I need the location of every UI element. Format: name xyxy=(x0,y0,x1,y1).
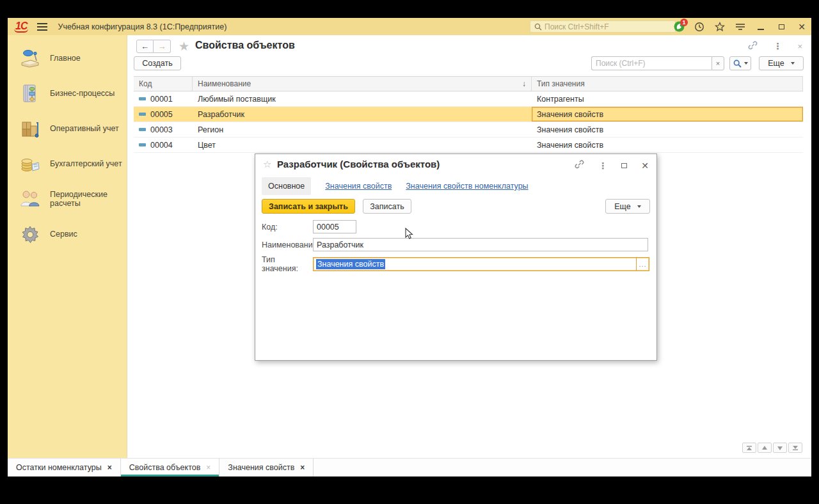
sidebar-item-label: Оперативный учет xyxy=(50,124,119,133)
sidebar-item-accounting[interactable]: Бухгалтерский учет xyxy=(8,146,127,181)
list-more-button[interactable]: Еще xyxy=(759,56,804,70)
more-menu-dots-icon[interactable]: ⋮ xyxy=(773,42,782,51)
page-up-button[interactable] xyxy=(758,443,772,453)
save-and-close-button[interactable]: Записать и закрыть xyxy=(262,199,355,214)
support-center-icon[interactable]: 1 xyxy=(673,21,685,33)
close-window-button[interactable]: ✕ xyxy=(796,21,807,33)
list-item-icon xyxy=(139,128,146,131)
sidebar: Главное Бизнес-процессы Оперативный учет… xyxy=(8,35,127,458)
sidebar-item-business-processes[interactable]: Бизнес-процессы xyxy=(8,75,127,111)
tab-close-icon[interactable]: × xyxy=(300,463,305,472)
create-button[interactable]: Создать xyxy=(134,56,181,70)
column-header-name-label: Наименование xyxy=(198,79,251,88)
cell-type: Значения свойств xyxy=(532,138,803,152)
cell-type: Значения свойств xyxy=(532,122,803,137)
code-field[interactable] xyxy=(313,220,356,233)
window-title: Учебная конфигурация 8.3 (1С:Предприятие… xyxy=(58,22,227,31)
column-header-code[interactable]: Код xyxy=(134,77,193,91)
window-titlebar: 1С Учебная конфигурация 8.3 (1С:Предприя… xyxy=(8,18,811,35)
page-down-button[interactable] xyxy=(773,443,787,453)
sidebar-item-service[interactable]: Сервис xyxy=(8,216,127,251)
column-header-type[interactable]: Тип значения xyxy=(532,77,803,91)
global-search-input[interactable] xyxy=(545,22,675,31)
sidebar-item-label: Бизнес-процессы xyxy=(50,89,115,98)
search-options-button[interactable] xyxy=(729,56,751,70)
table-row[interactable]: 00001 Любимый поставщик Контрагенты xyxy=(134,91,803,107)
close-form-icon[interactable]: × xyxy=(797,42,802,51)
dialog-tab-nomenclature-property-values[interactable]: Значения свойств номенклатуры xyxy=(406,182,528,191)
cell-code: 00004 xyxy=(150,141,173,150)
forward-button[interactable]: → xyxy=(154,40,171,53)
more-label: Еще xyxy=(614,202,630,211)
favorite-star-icon[interactable]: ★ xyxy=(179,39,189,54)
name-field[interactable] xyxy=(313,238,648,251)
dialog-more-dots-icon[interactable]: ⋮ xyxy=(598,161,607,171)
warehouse-boxes-icon xyxy=(19,118,41,139)
sidebar-item-main[interactable]: Главное xyxy=(8,40,127,75)
sidebar-item-periodic-calculations[interactable]: Периодические расчеты xyxy=(8,181,127,216)
chevron-down-icon xyxy=(744,62,748,65)
table-header: Код Наименование ↓ Тип значения xyxy=(134,76,803,91)
go-bottom-button[interactable] xyxy=(788,443,802,453)
table-row-selected[interactable]: 00005 Разработчик Значения свойств xyxy=(134,107,803,122)
sidebar-item-label: Бухгалтерский учет xyxy=(50,159,122,168)
clear-search-icon[interactable]: × xyxy=(712,56,724,70)
list-scroll-buttons xyxy=(742,443,802,453)
tab-object-properties[interactable]: Свойства объектов × xyxy=(121,459,220,476)
back-button[interactable]: ← xyxy=(136,40,154,53)
main-area: ← → ★ Свойства объектов ⋮ × Создать xyxy=(127,35,811,458)
global-search[interactable] xyxy=(530,20,676,33)
cell-type-active: Значения свойств xyxy=(532,107,803,122)
sidebar-item-label: Периодические расчеты xyxy=(50,190,127,208)
table-row[interactable]: 00004 Цвет Значения свойств xyxy=(134,138,803,153)
choose-type-button[interactable]: ... xyxy=(637,260,649,268)
list-page-header-icons: ⋮ × xyxy=(748,41,802,51)
cell-name: Разработчик xyxy=(193,107,532,122)
list-item-icon xyxy=(139,113,146,116)
dialog-tab-main[interactable]: Основное xyxy=(262,177,311,195)
cell-code: 00005 xyxy=(150,110,173,119)
tab-label: Свойства объектов xyxy=(129,463,201,472)
value-type-selected-text: Значения свойств xyxy=(316,259,385,269)
tab-close-icon[interactable]: × xyxy=(206,463,211,472)
table-row[interactable]: 00003 Регион Значения свойств xyxy=(134,122,803,138)
save-button[interactable]: Записать xyxy=(363,199,411,214)
go-top-button[interactable] xyxy=(742,443,756,453)
tab-close-icon[interactable]: × xyxy=(107,463,112,472)
cell-name: Регион xyxy=(193,122,532,137)
value-type-field[interactable]: Значения свойств ... xyxy=(313,257,649,271)
sidebar-item-label: Главное xyxy=(50,54,81,63)
dialog-title: Разработчик (Свойства объектов) xyxy=(277,159,440,169)
cell-type: Контрагенты xyxy=(532,91,803,106)
tab-nomenclature-balances[interactable]: Остатки номенклатуры × xyxy=(8,459,121,476)
page-title: Свойства объектов xyxy=(195,40,295,51)
service-menu-icon[interactable] xyxy=(735,21,746,33)
list-page-header: ← → ★ Свойства объектов ⋮ × xyxy=(127,38,811,55)
restore-button[interactable] xyxy=(775,21,787,33)
tab-property-values[interactable]: Значения свойств × xyxy=(219,459,314,476)
column-header-name[interactable]: Наименование ↓ xyxy=(193,77,532,91)
sidebar-item-operational-accounting[interactable]: Оперативный учет xyxy=(8,111,127,146)
gear-icon xyxy=(19,223,41,245)
dialog-link-icon[interactable] xyxy=(575,160,584,171)
tab-label: Остатки номенклатуры xyxy=(16,463,102,472)
list-search-input[interactable] xyxy=(591,56,712,70)
dialog-maximize-icon[interactable] xyxy=(621,163,627,168)
flowchart-book-icon xyxy=(19,83,41,104)
dialog-close-icon[interactable]: ✕ xyxy=(641,161,649,170)
get-link-icon[interactable] xyxy=(748,41,758,51)
dialog-tab-property-values[interactable]: Значения свойств xyxy=(325,182,392,191)
main-menu-icon[interactable] xyxy=(37,23,47,31)
app-window: 1С Учебная конфигурация 8.3 (1С:Предприя… xyxy=(8,18,811,476)
field-label-code: Код: xyxy=(262,223,313,232)
list-item-icon xyxy=(139,143,146,146)
list-search: × xyxy=(591,56,724,70)
favorites-star-icon[interactable] xyxy=(714,21,726,33)
more-label: Еще xyxy=(768,59,784,68)
search-icon xyxy=(534,23,542,31)
dialog-more-button[interactable]: Еще xyxy=(605,199,650,214)
history-icon[interactable] xyxy=(694,21,705,33)
minimize-button[interactable] xyxy=(755,21,767,33)
open-windows-tabbar: Остатки номенклатуры × Свойства объектов… xyxy=(8,458,811,476)
dialog-star-icon[interactable]: ☆ xyxy=(263,159,271,170)
